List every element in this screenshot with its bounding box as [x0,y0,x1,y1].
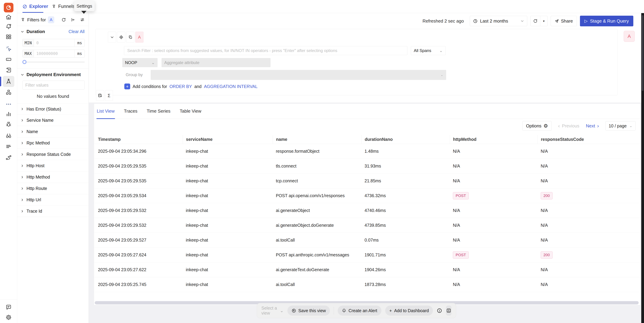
deployment-filter-input[interactable] [22,80,85,90]
share-button[interactable]: Share [551,16,577,26]
duration-max-input[interactable] [34,50,74,57]
copy-query-icon[interactable] [126,32,134,42]
slider-handle[interactable] [22,60,26,64]
min-unit: ms [74,39,84,47]
explore-binoculars-icon[interactable] [5,132,12,140]
table-row[interactable]: 2025-09-04 23:05:29.535inkeep-chattls.co… [94,159,640,174]
column-header-responsestatuscode[interactable]: responseStatusCode [538,135,640,144]
alert-bell-icon [342,308,346,313]
column-header-servicename[interactable]: serviceName [183,135,273,144]
column-header-httpmethod[interactable]: httpMethod [450,135,538,144]
chevron-down-icon: ⌄ [629,124,632,128]
table-cell: 4740.46ms [362,203,450,218]
add-formula-sigma-icon[interactable]: Σ [105,90,113,101]
dashboards-grid-icon[interactable] [5,33,12,40]
service-map-route-icon[interactable] [5,154,12,161]
options-button[interactable]: Options ⚙ [522,121,552,131]
collapse-drawer-icon[interactable] [446,306,452,316]
tab-label: Funnels [58,4,75,9]
add-to-dashboard-button[interactable]: + Add to Dashboard [385,306,433,316]
order-by-link[interactable]: ORDER BY [170,84,192,89]
filter-section-http-method[interactable]: Http Method [17,172,89,183]
table-row[interactable]: 2025-09-04 23:05:34.296inkeep-chatrespon… [94,144,640,159]
traces-compass-icon[interactable] [5,78,12,85]
query-name-badge[interactable]: A [135,32,144,42]
filter-section-http-url[interactable]: Http Url [17,194,89,206]
column-header-durationnano[interactable]: durationNano [362,135,450,144]
table-row[interactable]: 2025-09-04 23:05:27.622inkeep-chatai.gen… [94,262,640,277]
pagination-previous[interactable]: ‹ Previous [558,123,579,128]
spans-scope-select[interactable]: All Spans ⌄ [411,46,446,55]
create-alert-button[interactable]: Create an Alert [338,306,382,316]
time-range-select[interactable]: Last 2 months [470,16,527,26]
table-row[interactable]: 2025-09-04 23:05:29.527inkeep-chatai.too… [94,233,640,248]
settings-gear-icon[interactable] [5,314,12,321]
table-row[interactable]: 2025-09-04 23:05:29.532inkeep-chatai.gen… [94,218,640,233]
view-tab-traces[interactable]: Traces [124,104,138,119]
add-condition-plus-icon[interactable]: + [124,84,130,89]
services-cubes-icon[interactable] [5,88,12,96]
refresh-split-button: ▼ [530,16,548,26]
refresh-caret-icon[interactable]: ▼ [540,16,548,26]
filter-section-trace-id[interactable]: Trace Id [17,206,89,217]
select-view-dropdown[interactable]: Select a view ⌄ [262,306,284,316]
filter-section-name[interactable]: Name [17,126,89,138]
table-cell: tcp.connect [273,174,362,188]
view-tab-list-view[interactable]: List View [97,104,115,119]
tab-explorer[interactable]: Explorer [22,0,48,13]
filter-section-rpc-method[interactable]: Rpc Method [17,138,89,149]
filter-section-has-error-status-[interactable]: Has Error (Status) [17,103,89,115]
table-cell: inkeep-chat [183,159,273,174]
table-cell: 4739.85ms [362,218,450,232]
query-a-badge-right[interactable]: A [624,31,635,42]
duration-section-header[interactable]: Duration Clear All [17,29,89,34]
clear-all-link[interactable]: Clear All [68,29,84,34]
save-view-button[interactable]: Save this view [288,306,330,316]
pagination-next[interactable]: Next › [586,123,599,128]
duration-min-input[interactable] [34,39,74,47]
search-filter-input[interactable] [124,46,408,55]
max-label: MAX [22,50,34,57]
info-icon[interactable] [437,307,442,314]
table-cell: 2025-09-04 23:05:29.535 [95,159,183,174]
aggregate-op-select[interactable]: NOOP ⌄ [122,58,158,67]
support-chat-icon[interactable] [5,303,12,311]
aggregation-interval-link[interactable]: AGGREGATION INTERVAL [204,84,258,89]
column-header-timestamp[interactable]: Timestamp [95,135,183,144]
table-row[interactable]: 2025-09-04 23:05:27.624inkeep-chatPOST a… [94,248,640,262]
collapse-query-chevron-icon[interactable] [108,32,116,42]
get-started-cursor-icon[interactable] [5,45,12,52]
view-tab-table-view[interactable]: Table View [180,104,201,119]
add-query-db-icon[interactable] [96,90,104,101]
tab-funnels[interactable]: Funnels [52,0,75,13]
send-icon [555,19,559,23]
view-tab-time-series[interactable]: Time Series [147,104,170,119]
table-row[interactable]: 2025-09-04 23:05:25.745inkeep-chatai.too… [94,277,640,292]
stage-run-query-button[interactable]: ▷ Stage & Run Query [580,16,633,26]
column-header-name[interactable]: name [273,135,362,144]
filter-section-response-status-code[interactable]: Response Status Code [17,149,89,160]
exceptions-bug-icon[interactable] [5,120,12,128]
filter-section-http-route[interactable]: Http Route [17,183,89,194]
toggle-query-visibility-eye-icon[interactable] [117,32,125,42]
table-cell: N/A [538,174,640,188]
refresh-icon[interactable] [530,16,540,26]
signoz-logo[interactable] [4,3,14,12]
slider-track[interactable] [22,62,85,62]
more-dots-icon[interactable] [5,100,12,108]
scrollbar-thumb[interactable] [642,15,644,91]
infrastructure-drive-icon[interactable] [5,56,12,63]
home-icon[interactable] [5,13,12,21]
page-scrollbar[interactable] [641,13,644,323]
page-size-select[interactable]: 10 / page ⌄ [606,121,636,130]
metrics-bars-icon[interactable] [5,110,12,118]
filter-section-service-name[interactable]: Service Name [17,115,89,126]
table-row[interactable]: 2025-09-04 23:05:29.532inkeep-chatai.gen… [94,203,640,218]
logs-scroll-icon[interactable] [5,66,12,74]
pipelines-lines-icon[interactable] [5,142,12,150]
deployment-section-header[interactable]: Deployment Environment [17,72,89,77]
table-row[interactable]: 2025-09-04 23:05:29.534inkeep-chatPOST a… [94,188,640,203]
filter-section-http-host[interactable]: Http Host [17,160,89,172]
notifications-bell-icon[interactable] [5,23,12,30]
table-row[interactable]: 2025-09-04 23:05:29.535inkeep-chattcp.co… [94,174,640,188]
